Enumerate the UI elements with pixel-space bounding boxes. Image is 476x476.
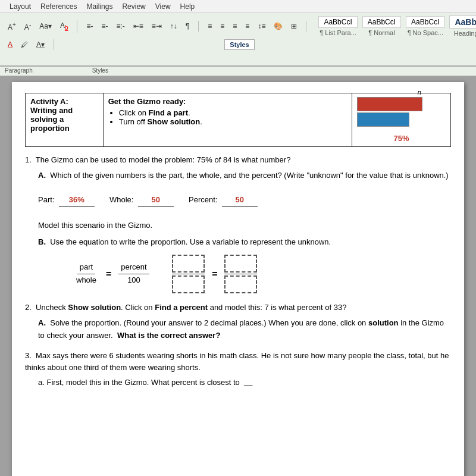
paragraph-section-label: Paragraph — [5, 67, 33, 74]
activity-label: Activity A: — [30, 97, 68, 106]
q1-body: The Gizmo can be used to model the probl… — [36, 155, 291, 164]
align-left-btn[interactable]: ≡ — [205, 21, 215, 32]
gizmo-percent: 75% — [357, 134, 446, 143]
menu-bar: Layout References Mailings Review View H… — [0, 0, 476, 13]
styles-panel-title: Styles — [224, 39, 254, 50]
menu-review[interactable]: Review — [117, 1, 150, 12]
style-heading1-item[interactable]: AaBbC — [449, 15, 476, 29]
font-shrink-btn[interactable]: A- — [21, 20, 34, 33]
activity-image-cell: n 75% — [352, 93, 450, 147]
align-center-btn[interactable]: ≡ — [217, 21, 227, 32]
style-heading1-label: AaBbC — [455, 17, 476, 27]
highlight-btn[interactable]: 🖊 — [18, 39, 31, 50]
document-area: Activity A: Writing and solving a propor… — [0, 76, 476, 476]
whole-answer: 50 — [138, 194, 174, 207]
multilevel-btn[interactable]: ≡:- — [113, 21, 127, 32]
q1-sub-b: B. Use the equation to write the proport… — [38, 236, 451, 293]
menu-view[interactable]: View — [151, 1, 176, 12]
q3-partial: a. First, model this in the Gizmo. What … — [38, 377, 451, 389]
style-normal[interactable]: AaBbCcI ¶ Normal — [362, 16, 401, 36]
dashed-fraction-right — [224, 255, 257, 293]
bullets-btn[interactable]: ≡- — [83, 21, 96, 32]
border-btn[interactable]: ⊞ — [288, 21, 300, 32]
paragraph-section: ≡- ≡- ≡:- ⇤≡ ≡⇥ ↑↓ ¶ — [83, 21, 199, 32]
style-normal-item[interactable]: AaBbCcI — [362, 16, 401, 28]
gizmo-blue-bar — [357, 112, 409, 127]
dashed-box-top-right — [224, 255, 257, 273]
menu-help[interactable]: Help — [176, 1, 200, 12]
font-format-section: A 🖊 A▾ — [5, 39, 54, 50]
font-section: A+ A- Aa▾ Ab — [5, 20, 77, 33]
percent-label: Percent: — [189, 195, 217, 204]
q1a-text: Which of the given numbers is the part, … — [50, 171, 448, 180]
menu-references[interactable]: References — [36, 1, 82, 12]
style-listpara[interactable]: AaBbCcI ¶ List Para... — [318, 16, 357, 36]
font-clear-btn[interactable]: Ab — [57, 20, 71, 32]
activity-instructions-cell: Get the Gizmo ready: Click on Find a par… — [103, 93, 352, 147]
style-heading1[interactable]: AaBbC Heading 1 — [449, 15, 476, 37]
font-color-btn[interactable]: A — [5, 39, 15, 50]
style-nospace[interactable]: AaBbCcI ¶ No Spac... — [406, 16, 444, 36]
fraction-numerator: part — [77, 261, 95, 274]
dashed-fraction-left — [172, 255, 205, 293]
style-nospace-sublabel: ¶ No Spac... — [408, 29, 443, 36]
q3-partial-text: a. First, model this in the Gizmo. What … — [38, 378, 240, 387]
decrease-indent-btn[interactable]: ⇤≡ — [130, 21, 146, 32]
increase-indent-btn[interactable]: ≡⇥ — [149, 21, 165, 32]
style-nospace-label: AaBbCcI — [411, 18, 439, 26]
font-color2-btn[interactable]: A▾ — [33, 39, 48, 50]
styles-section-label: Styles — [92, 67, 108, 74]
instructions-title: Get the Gizmo ready: — [108, 97, 186, 106]
style-listpara-item[interactable]: AaBbCcI — [318, 16, 357, 28]
menu-mailings[interactable]: Mailings — [82, 1, 117, 12]
style-normal-label: AaBbCcI — [368, 18, 396, 26]
gizmo-red-bar — [357, 97, 422, 111]
dashed-box-bottom-left — [172, 275, 205, 293]
part-label: Part: — [38, 195, 54, 204]
part-answer: 36% — [59, 194, 95, 207]
numbering-btn[interactable]: ≡- — [98, 21, 111, 32]
q3-body: Max says there were 6 students wearing s… — [25, 351, 449, 372]
styles-section: AaBbCcI ¶ List Para... AaBbCcI ¶ Normal … — [318, 15, 476, 37]
sort-btn[interactable]: ↑↓ — [167, 21, 180, 32]
line-spacing-btn[interactable]: ↕≡ — [255, 21, 268, 32]
section-label-bar: Paragraph Styles — [0, 67, 476, 76]
gizmo-n-label: n — [418, 89, 421, 96]
q1-sub-a: A. Which of the given numbers is the par… — [38, 170, 451, 232]
align-right-btn[interactable]: ≡ — [230, 21, 240, 32]
model-text: Model this scenario in the Gizmo. — [38, 221, 152, 230]
style-nospace-item[interactable]: AaBbCcI — [406, 16, 444, 28]
fraction-denominator: whole — [74, 274, 99, 287]
font-grow-btn[interactable]: A+ — [5, 20, 19, 33]
instruction-2: Turn off Show solution. — [119, 117, 347, 126]
q1a-label: A. — [38, 171, 46, 180]
ribbon-row1: A+ A- Aa▾ Ab ≡- ≡- ≡:- ⇤≡ ≡⇥ ↑↓ ¶ ≡ ≡ ≡ … — [5, 15, 471, 37]
question-3: 3. Max says there were 6 students wearin… — [25, 350, 451, 389]
gizmo-image: n — [357, 97, 422, 133]
q2a-text: Solve the proportion. (Round your answer… — [38, 318, 444, 340]
q1b-label: B. — [38, 237, 46, 246]
q3-text: 3. Max says there were 6 students wearin… — [25, 350, 451, 373]
page: Activity A: Writing and solving a propor… — [12, 82, 464, 476]
whole-label: Whole: — [109, 195, 133, 204]
activity-subtitle: Writing and solving a proportion — [30, 106, 73, 133]
align-justify-btn[interactable]: ≡ — [242, 21, 252, 32]
style-normal-sublabel: ¶ Normal — [368, 29, 394, 36]
style-listpara-sublabel: ¶ List Para... — [320, 29, 356, 36]
activity-table: Activity A: Writing and solving a propor… — [25, 93, 451, 147]
shading-btn[interactable]: 🎨 — [271, 21, 286, 32]
question-1-text: 1. The Gizmo can be used to model the pr… — [25, 154, 451, 166]
q2-text: 2. Uncheck Show solution. Click on Find … — [25, 302, 451, 314]
q1b-text: Use the equation to write the proportion… — [50, 237, 331, 246]
show-para-btn[interactable]: ¶ — [183, 21, 192, 32]
dashed-box-top-left — [172, 255, 205, 273]
fraction2-denominator: 100 — [125, 274, 143, 287]
q1-num: 1. — [25, 155, 32, 164]
q2a-label: A. — [38, 318, 46, 327]
equals-sign-2: = — [212, 267, 217, 282]
dashed-box-bottom-right — [224, 275, 257, 293]
q2-sub-a: A. Solve the proportion. (Round your ans… — [38, 317, 451, 342]
menu-layout[interactable]: Layout — [5, 1, 36, 12]
percent-answer: 50 — [222, 194, 258, 207]
font-case-btn[interactable]: Aa▾ — [36, 21, 55, 32]
